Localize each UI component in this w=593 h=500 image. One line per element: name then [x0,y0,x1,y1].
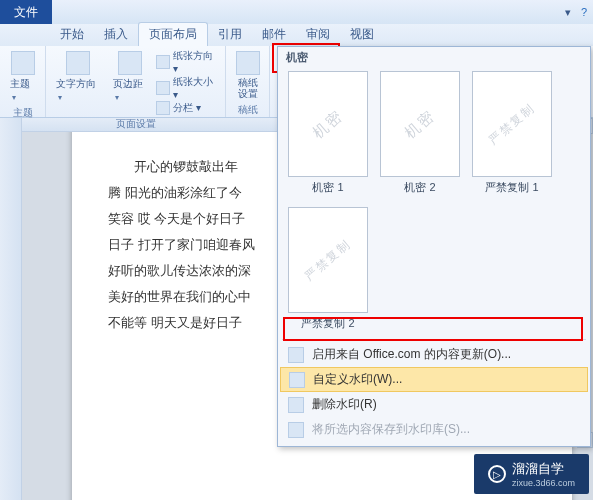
help-icon[interactable]: ? [581,6,587,19]
play-icon: ▷ [488,465,506,483]
margins-label: 页边距 [113,77,148,102]
remove-watermark-icon [288,397,304,413]
watermark-dropdown: 机密 机密 机密 1 机密 机密 2 严禁复制 严禁复制 1 严禁复制 严禁复制… [277,46,591,447]
menu-custom-label: 自定义水印(W)... [313,371,402,388]
theme-button[interactable]: 主题 [6,49,39,104]
office-icon [288,347,304,363]
group-draft: 稿纸 设置 稿纸 [226,46,270,117]
file-tab[interactable]: 文件 [0,0,52,24]
menu-remove-label: 删除水印(R) [312,396,377,413]
group-theme: 主题 主题 [0,46,46,117]
watermark-thumb-text: 严禁复制 [301,235,355,284]
menu-custom-watermark[interactable]: 自定义水印(W)... [280,367,588,392]
menu-save-watermark: 将所选内容保存到水印库(S)... [278,417,590,442]
tab-references[interactable]: 引用 [208,23,252,46]
watermark-thumb-text: 机密 [401,106,439,142]
watermark-caption: 严禁复制 1 [485,180,538,195]
columns-button[interactable]: 分栏 ▾ [156,101,219,115]
orientation-label: 纸张方向 ▾ [173,49,219,74]
watermark-thumb: 严禁复制 [472,71,552,177]
window-controls: ▾ ? [565,6,593,19]
watermark-item-donotcopy-2[interactable]: 严禁复制 严禁复制 2 [288,207,368,331]
group-draft-label: 稿纸 [232,101,263,117]
tab-insert[interactable]: 插入 [94,23,138,46]
tab-page-layout[interactable]: 页面布局 [138,22,208,46]
tab-mailings[interactable]: 邮件 [252,23,296,46]
menu-remove-watermark[interactable]: 删除水印(R) [278,392,590,417]
watermark-thumb: 严禁复制 [288,207,368,313]
theme-label: 主题 [10,77,35,102]
text-direction-icon [66,51,90,75]
menu-save-label: 将所选内容保存到水印库(S)... [312,421,470,438]
tab-view[interactable]: 视图 [340,23,384,46]
dropdown-section-confidential: 机密 [278,47,590,67]
orientation-icon [156,55,170,69]
watermark-caption: 机密 1 [312,180,343,195]
size-label: 纸张大小 ▾ [173,75,219,100]
text-direction-label: 文字方向 [56,77,101,102]
watermark-gallery: 机密 机密 1 机密 机密 2 严禁复制 严禁复制 1 严禁复制 严禁复制 2 [278,67,590,337]
size-button[interactable]: 纸张大小 ▾ [156,75,219,100]
watermark-caption: 机密 2 [404,180,435,195]
title-bar: 文件 ▾ ? [0,0,593,24]
dropdown-separator [282,339,586,340]
watermark-thumb-text: 严禁复制 [485,99,539,148]
group-page-setup-label: 页面设置 [52,115,219,131]
orientation-button[interactable]: 纸张方向 ▾ [156,49,219,74]
menu-office-content[interactable]: 启用来自 Office.com 的内容更新(O)... [278,342,590,367]
draft-label: 稿纸 设置 [238,77,258,99]
watermark-item-donotcopy-1[interactable]: 严禁复制 严禁复制 1 [472,71,552,195]
watermark-thumb: 机密 [288,71,368,177]
tab-review[interactable]: 审阅 [296,23,340,46]
draft-button[interactable]: 稿纸 设置 [232,49,264,101]
ribbon-tabs: 开始 插入 页面布局 引用 邮件 审阅 视图 [0,24,593,46]
columns-icon [156,101,170,115]
size-icon [156,81,170,95]
theme-icon [11,51,35,75]
watermark-thumb: 机密 [380,71,460,177]
watermark-caption: 严禁复制 2 [301,316,354,331]
tab-home[interactable]: 开始 [50,23,94,46]
watermark-item-confidential-1[interactable]: 机密 机密 1 [288,71,368,195]
dropdown-icon[interactable]: ▾ [565,6,571,19]
logo-subtext: zixue.3d66.com [512,478,575,488]
save-watermark-icon [288,422,304,438]
vertical-ruler[interactable] [0,118,22,500]
columns-label: 分栏 ▾ [173,101,201,115]
menu-office-label: 启用来自 Office.com 的内容更新(O)... [312,346,511,363]
site-logo: ▷ 溜溜自学 zixue.3d66.com [474,454,589,494]
logo-text: 溜溜自学 [512,460,575,478]
margins-icon [118,51,142,75]
margins-button[interactable]: 页边距 [109,49,152,115]
group-page-setup: 文字方向 页边距 纸张方向 ▾ 纸张大小 ▾ 分栏 ▾ 页面设置 [46,46,226,117]
draft-icon [236,51,260,75]
watermark-thumb-text: 机密 [309,106,347,142]
text-direction-button[interactable]: 文字方向 [52,49,105,115]
page-setup-small-buttons: 纸张方向 ▾ 纸张大小 ▾ 分栏 ▾ [156,49,219,115]
custom-watermark-icon [289,372,305,388]
watermark-item-confidential-2[interactable]: 机密 机密 2 [380,71,460,195]
